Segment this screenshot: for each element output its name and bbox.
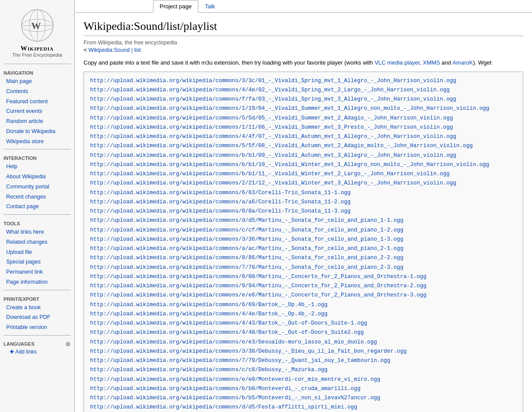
amarok-link[interactable]: AmaroK [452, 59, 473, 66]
playlist-link[interactable]: http://upload.wikimedia.org/wikipedia/co… [90, 283, 426, 289]
playlist-link[interactable]: http://upload.wikimedia.org/wikipedia/co… [90, 274, 426, 280]
playlist-link[interactable]: http://upload.wikimedia.org/wikipedia/co… [90, 255, 404, 261]
nav-what-links-here[interactable]: What links here [0, 227, 74, 237]
navigation-nav: Main page Contents Featured content Curr… [0, 76, 74, 146]
playlist-link[interactable]: http://upload.wikimedia.org/wikipedia/co… [90, 124, 453, 130]
nav-about[interactable]: About Wikipedia [0, 172, 74, 182]
playlist-link[interactable]: http://upload.wikimedia.org/wikipedia/co… [90, 152, 456, 159]
playlist-item: http://upload.wikimedia.org/wikipedia/co… [90, 114, 517, 123]
nav-help[interactable]: Help [0, 162, 74, 172]
playlist-item: http://upload.wikimedia.org/wikipedia/co… [90, 132, 517, 141]
navigation-section: Navigation Main page Contents Featured c… [0, 67, 74, 146]
nav-community-portal[interactable]: Community portal [0, 182, 74, 192]
nav-page-information[interactable]: Page information [0, 277, 74, 287]
nav-create-book[interactable]: Create a book [0, 303, 74, 313]
playlist-item: http://upload.wikimedia.org/wikipedia/co… [90, 207, 517, 216]
playlist-item: http://upload.wikimedia.org/wikipedia/co… [90, 310, 517, 319]
playlist-link[interactable]: http://upload.wikimedia.org/wikipedia/co… [90, 311, 328, 317]
nav-printable-version[interactable]: Printable version [0, 322, 74, 332]
print-export-header: Print/export [0, 293, 74, 303]
playlist-link[interactable]: http://upload.wikimedia.org/wikipedia/co… [90, 292, 426, 298]
nav-related-changes[interactable]: Related changes [0, 237, 74, 247]
breadcrumb-prefix: < [84, 47, 88, 53]
print-export-section: Print/export Create a book Download as P… [0, 293, 74, 332]
playlist-link[interactable]: http://upload.wikimedia.org/wikipedia/co… [90, 115, 453, 121]
languages-header: Languages [4, 341, 34, 347]
nav-contact[interactable]: Contact page [0, 202, 74, 212]
playlist-item: http://upload.wikimedia.org/wikipedia/co… [90, 272, 517, 282]
playlist-link[interactable]: http://upload.wikimedia.org/wikipedia/co… [90, 78, 456, 84]
playlist-link[interactable]: http://upload.wikimedia.org/wikipedia/co… [90, 339, 377, 345]
nav-recent-changes[interactable]: Recent changes [0, 192, 74, 202]
playlist-link[interactable]: http://upload.wikimedia.org/wikipedia/co… [90, 96, 456, 102]
playlist-item: http://upload.wikimedia.org/wikipedia/co… [90, 188, 517, 198]
playlist-item: http://upload.wikimedia.org/wikipedia/co… [90, 160, 517, 170]
breadcrumb-link[interactable]: Wikipedia:Sound | list [88, 47, 141, 53]
navigation-header: Navigation [0, 67, 74, 76]
playlist-item: http://upload.wikimedia.org/wikipedia/co… [90, 263, 517, 272]
playlist-link[interactable]: http://upload.wikimedia.org/wikipedia/co… [90, 246, 404, 252]
playlist-link[interactable]: http://upload.wikimedia.org/wikipedia/co… [90, 236, 404, 242]
playlist-link[interactable]: http://upload.wikimedia.org/wikipedia/co… [90, 143, 473, 149]
playlist-item: http://upload.wikimedia.org/wikipedia/co… [90, 328, 517, 337]
nav-permanent-link[interactable]: Permanent link [0, 267, 74, 277]
playlist-link[interactable]: http://upload.wikimedia.org/wikipedia/co… [90, 162, 489, 168]
playlist-item: http://upload.wikimedia.org/wikipedia/co… [90, 216, 517, 225]
playlist-item: http://upload.wikimedia.org/wikipedia/co… [90, 151, 517, 160]
interaction-header: Interaction [0, 152, 74, 162]
playlist-link[interactable]: http://upload.wikimedia.org/wikipedia/co… [90, 217, 404, 224]
nav-random-article[interactable]: Random article [0, 116, 74, 126]
sidebar: W Wikipedia The Free Encyclopedia Naviga… [0, 0, 75, 412]
playlist-link[interactable]: http://upload.wikimedia.org/wikipedia/co… [90, 302, 328, 308]
playlist-link[interactable]: http://upload.wikimedia.org/wikipedia/co… [90, 134, 456, 140]
playlist-link[interactable]: http://upload.wikimedia.org/wikipedia/co… [90, 208, 351, 214]
nav-download-pdf[interactable]: Download as PDF [0, 312, 74, 322]
nav-main-page[interactable]: Main page [0, 76, 74, 87]
playlist-link[interactable]: http://upload.wikimedia.org/wikipedia/co… [90, 264, 404, 271]
nav-donate[interactable]: Donate to Wikipedia [0, 126, 74, 137]
tab-talk[interactable]: Talk [198, 0, 222, 13]
main-content: Project page Talk Wikipedia:Sound/list/p… [75, 0, 532, 412]
tools-header: Tools [0, 217, 74, 227]
playlist-link[interactable]: http://upload.wikimedia.org/wikipedia/co… [90, 199, 351, 205]
vlc-link[interactable]: VLC media player [375, 59, 420, 66]
playlist-item: http://upload.wikimedia.org/wikipedia/co… [90, 235, 517, 244]
sidebar-divider-3 [4, 214, 71, 215]
playlist-link[interactable]: http://upload.wikimedia.org/wikipedia/co… [90, 395, 380, 401]
playlist-link[interactable]: http://upload.wikimedia.org/wikipedia/co… [90, 227, 404, 233]
playlist-link[interactable]: http://upload.wikimedia.org/wikipedia/co… [90, 320, 367, 326]
nav-special-pages[interactable]: Special pages [0, 257, 74, 267]
nav-current-events[interactable]: Current events [0, 106, 74, 116]
playlist-item: http://upload.wikimedia.org/wikipedia/co… [90, 394, 517, 403]
gear-icon[interactable]: ⚙ [66, 341, 71, 347]
xmms-link[interactable]: XMMS [423, 59, 440, 66]
playlist-item: http://upload.wikimedia.org/wikipedia/co… [90, 403, 517, 412]
playlist-link[interactable]: http://upload.wikimedia.org/wikipedia/co… [90, 190, 351, 196]
playlist-link[interactable]: http://upload.wikimedia.org/wikipedia/co… [90, 358, 390, 364]
nav-contents[interactable]: Contents [0, 87, 74, 97]
playlist-link[interactable]: http://upload.wikimedia.org/wikipedia/co… [90, 376, 380, 383]
playlist-item: http://upload.wikimedia.org/wikipedia/co… [90, 300, 517, 310]
tab-bar: Project page Talk [75, 0, 532, 13]
playlist-link[interactable]: http://upload.wikimedia.org/wikipedia/co… [90, 105, 489, 112]
nav-store[interactable]: Wikipedia store [0, 137, 74, 147]
nav-featured-content[interactable]: Featured content [0, 97, 74, 107]
add-links[interactable]: ✚ Add links [0, 348, 74, 356]
playlist-link[interactable]: http://upload.wikimedia.org/wikipedia/co… [90, 404, 357, 410]
playlist-item: http://upload.wikimedia.org/wikipedia/co… [90, 347, 517, 356]
playlist-item: http://upload.wikimedia.org/wikipedia/co… [90, 365, 517, 375]
tab-project-page[interactable]: Project page [153, 0, 198, 13]
playlist-item: http://upload.wikimedia.org/wikipedia/co… [90, 170, 517, 179]
playlist-link[interactable]: http://upload.wikimedia.org/wikipedia/co… [90, 180, 456, 186]
playlist-link[interactable]: http://upload.wikimedia.org/wikipedia/co… [90, 367, 328, 373]
sidebar-divider-1 [4, 64, 71, 64]
playlist-link[interactable]: http://upload.wikimedia.org/wikipedia/co… [90, 348, 407, 354]
playlist-item: http://upload.wikimedia.org/wikipedia/co… [90, 226, 517, 235]
playlist-link[interactable]: http://upload.wikimedia.org/wikipedia/co… [90, 386, 361, 392]
playlist-link[interactable]: http://upload.wikimedia.org/wikipedia/co… [90, 171, 450, 177]
playlist-link[interactable]: http://upload.wikimedia.org/wikipedia/co… [90, 87, 450, 93]
playlist-item: http://upload.wikimedia.org/wikipedia/co… [90, 104, 517, 113]
playlist-item: http://upload.wikimedia.org/wikipedia/co… [90, 86, 517, 95]
nav-upload-file[interactable]: Upload file [0, 247, 74, 257]
playlist-link[interactable]: http://upload.wikimedia.org/wikipedia/co… [90, 329, 364, 336]
